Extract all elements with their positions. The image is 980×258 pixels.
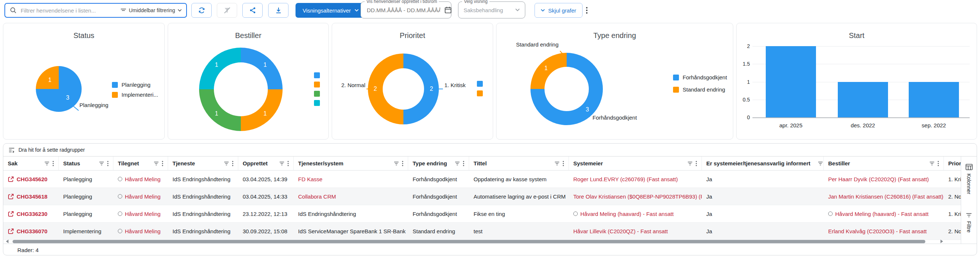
calendar-icon[interactable] (444, 6, 452, 14)
legend-item[interactable] (314, 100, 320, 106)
column-header-opprettet[interactable]: Opprettet (238, 157, 294, 170)
column-filter-icon[interactable] (455, 161, 460, 166)
column-header-tittel[interactable]: Tittel (469, 157, 569, 170)
toolbar-menu-icon[interactable] (586, 6, 588, 16)
assignee-link[interactable]: Håvard Meling (125, 228, 161, 234)
legend-item[interactable] (477, 90, 483, 97)
clear-filter-button[interactable] (217, 3, 237, 18)
legend-item[interactable] (314, 91, 320, 97)
search-input-box[interactable]: Umiddelbar filtrering (5, 3, 187, 18)
bar-des-2022[interactable] (838, 82, 888, 118)
case-link[interactable]: CHG345618 (17, 193, 47, 200)
assignee-link[interactable]: Håvard Meling (125, 193, 161, 200)
cell-bestiller: Håvard Meling (haavard) - Fast ansatt (824, 205, 944, 222)
column-filter-icon[interactable] (279, 161, 285, 166)
tab-filters[interactable]: Filtre (961, 213, 977, 233)
column-header-type[interactable]: Type endring (408, 157, 469, 170)
bestiller-link[interactable]: Jan Martin Kristiansen (C260816) (Fast a… (828, 193, 943, 200)
bar-sep-2022[interactable] (909, 82, 959, 118)
column-filter-icon[interactable] (554, 161, 560, 166)
external-link-icon[interactable] (8, 211, 14, 217)
column-header-informert[interactable]: Er systemeier/tjenesansvarlig informert (702, 157, 824, 170)
date-range-field[interactable]: Vis henvendelser opprettet i tidsrom (361, 2, 452, 19)
column-menu-icon[interactable] (162, 161, 163, 166)
column-header-tilegnet[interactable]: Tilegnet (113, 157, 168, 170)
bar-apr-2025[interactable] (766, 46, 816, 117)
column-menu-icon[interactable] (563, 161, 564, 166)
column-header-system[interactable]: Tjenester/system (294, 157, 408, 170)
column-menu-icon[interactable] (937, 161, 939, 166)
view-options-button[interactable]: Visningsalternativer (296, 3, 366, 18)
view-select-field[interactable]: Velg visning Saksbehandling (458, 2, 525, 19)
assignee-link[interactable]: Håvard Meling (125, 211, 161, 217)
external-link-icon[interactable] (8, 193, 14, 200)
instant-filter-dropdown[interactable]: Umiddelbar filtrering (121, 7, 182, 13)
column-filter-icon[interactable] (224, 161, 229, 166)
horizontal-scrollbar[interactable] (3, 239, 946, 244)
column-menu-icon[interactable] (402, 161, 403, 166)
column-menu-icon[interactable] (107, 161, 108, 166)
bestiller-link[interactable]: Håvard Meling (haavard) - Fast ansatt (835, 211, 929, 217)
systemeier-link[interactable]: Håvar Lillevik (C2020QZ) - Fast ansatt (573, 228, 668, 234)
table-row[interactable]: CHG345618PlanleggingHåvard MelingIdS End… (3, 188, 961, 205)
bestiller-link[interactable]: Per Haarr Dyvik (C20202Q) (Fast ansatt) (828, 176, 929, 182)
column-menu-icon[interactable] (232, 161, 234, 166)
column-menu-icon[interactable] (463, 161, 465, 166)
column-filter-icon[interactable] (99, 161, 104, 166)
legend-item[interactable]: Implementeri... (112, 92, 158, 98)
download-button[interactable] (268, 3, 288, 18)
scroll-left-arrow-icon[interactable] (6, 239, 8, 243)
column-header-bestiller[interactable]: Bestiller (824, 157, 944, 170)
tab-columns[interactable]: Kolonner (961, 164, 977, 194)
column-header-prioritet[interactable]: Prioritet (944, 157, 961, 170)
column-filter-icon[interactable] (818, 161, 823, 166)
case-link[interactable]: CHG336070 (17, 228, 47, 234)
case-link[interactable]: CHG336230 (17, 211, 47, 217)
hide-charts-button[interactable]: Skjul grafer (535, 3, 582, 18)
search-input[interactable] (20, 7, 118, 14)
systemeier-link[interactable]: Roger Lund.EVRY (c260769) (Fast ansatt) (573, 176, 678, 182)
legend-item[interactable] (314, 72, 320, 78)
column-filter-icon[interactable] (45, 161, 49, 166)
row-group-dropzone[interactable]: Dra hit for å sette radgrupper (3, 144, 977, 157)
column-menu-icon[interactable] (695, 161, 697, 166)
system-link[interactable]: IdS ServiceManager SpareBank 1 SR-Bank (298, 228, 406, 234)
system-link[interactable]: IdS Endringshåndtering (298, 211, 356, 217)
legend-item[interactable] (477, 81, 483, 87)
assignee-link[interactable]: Håvard Meling (125, 176, 161, 182)
bestiller-link[interactable]: Erland Kvalvåg (C2020O3) - Fast ansatt (828, 228, 927, 234)
column-header-status[interactable]: Status (59, 157, 113, 170)
systemeier-link[interactable]: Håvard Meling (haavard) - Fast ansatt (580, 211, 674, 217)
column-filter-icon[interactable] (154, 161, 159, 166)
date-range-input[interactable] (366, 6, 441, 14)
legend-item[interactable] (314, 82, 320, 87)
legend-item[interactable]: Forhåndsgodkjent (673, 74, 727, 81)
table-row[interactable]: CHG345620PlanleggingHåvard MelingIdS End… (3, 171, 961, 188)
column-header-systemeier[interactable]: Systemeier (569, 157, 702, 170)
external-link-icon[interactable] (8, 228, 14, 234)
refresh-button[interactable] (191, 3, 212, 18)
column-menu-icon[interactable] (52, 161, 54, 166)
pie-chart[interactable] (36, 66, 82, 112)
column-filter-icon[interactable] (394, 161, 399, 166)
system-link[interactable]: FD Kasse (298, 176, 323, 182)
column-filter-icon[interactable] (929, 161, 935, 166)
external-link-icon[interactable] (8, 176, 14, 182)
system-link[interactable]: Collabora CRM (298, 193, 336, 200)
legend-item[interactable]: Planlegging (112, 82, 150, 88)
column-filter-icon[interactable] (687, 161, 693, 166)
case-link[interactable]: CHG345620 (17, 176, 47, 182)
slice-value-label: 1 (215, 62, 218, 68)
systemeier-link[interactable]: Tore Olav Kristiansen ($0Q8E8P-NP9028TP6… (573, 193, 702, 200)
column-header-tjeneste[interactable]: Tjeneste (168, 157, 238, 170)
scrollbar-thumb[interactable] (13, 240, 925, 243)
cell-text: IdS Endringshåndtering (172, 211, 231, 217)
table-row[interactable]: CHG336230PlanleggingHåvard MelingIdS End… (3, 205, 961, 223)
scroll-right-arrow-icon[interactable] (940, 239, 943, 243)
table-row[interactable]: CHG336070ImplementeringHåvard MelingIdS … (3, 223, 961, 240)
legend-item[interactable]: Standard endring (673, 86, 725, 93)
column-menu-icon[interactable] (287, 161, 289, 166)
scrollbar-track[interactable] (11, 240, 938, 243)
share-button[interactable] (242, 3, 262, 18)
column-header-sak[interactable]: Sak (3, 157, 59, 170)
